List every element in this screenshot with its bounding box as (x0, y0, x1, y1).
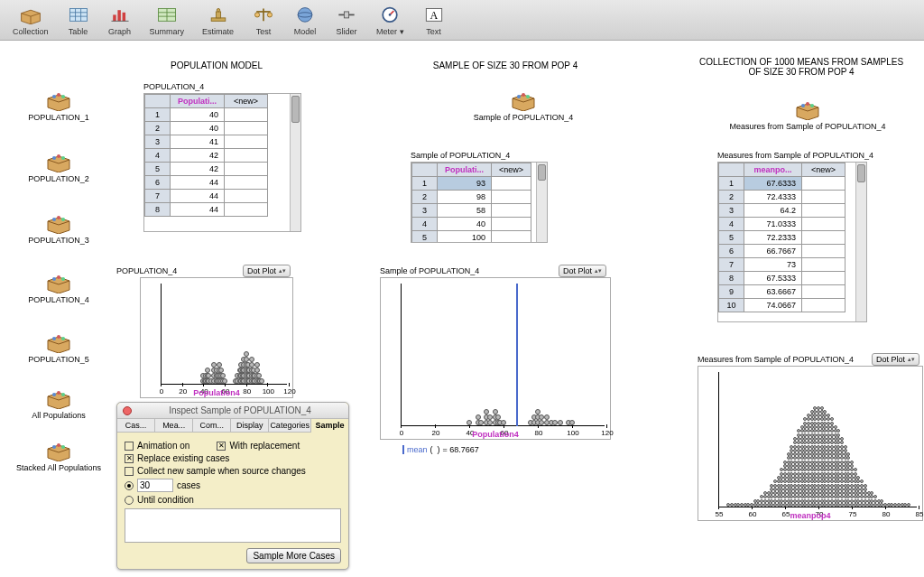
sample-table-panel[interactable]: Populati...<new> 1932983584405100 (411, 162, 548, 243)
checkbox-animation[interactable] (125, 442, 134, 451)
tool-test[interactable]: Test (243, 3, 284, 38)
data-point[interactable] (827, 414, 830, 417)
cell-value[interactable]: 58 (438, 204, 492, 218)
data-point[interactable] (856, 476, 860, 479)
cell-value[interactable]: 40 (438, 218, 492, 231)
table-row[interactable]: 140 (145, 108, 268, 122)
means-plot-type-selector[interactable]: Dot Plot▴▾ (872, 353, 919, 366)
checkbox-collect-new[interactable] (125, 467, 134, 476)
checkbox-replace-existing[interactable]: ✕ (125, 454, 134, 463)
data-point[interactable] (880, 499, 883, 503)
data-point[interactable] (487, 414, 493, 420)
pop-table-panel[interactable]: Populati...<new> 14024034144254264474484… (143, 93, 301, 232)
data-point[interactable] (244, 351, 249, 357)
sample-plot-type-selector[interactable]: Dot Plot▴▾ (559, 265, 606, 277)
table-row[interactable]: 298 (412, 191, 531, 204)
cell-value[interactable]: 72.2333 (744, 231, 802, 245)
scrollbar[interactable] (536, 163, 547, 242)
table-row[interactable]: 744 (145, 190, 268, 203)
cell-value[interactable]: 42 (171, 149, 225, 163)
table-row[interactable]: 364.2 (719, 204, 845, 218)
data-point[interactable] (254, 362, 260, 368)
pop-col[interactable]: Populati... (171, 95, 225, 108)
radio-n-cases[interactable] (125, 481, 134, 490)
table-row[interactable]: 963.6667 (719, 285, 845, 299)
measures-col[interactable]: meanpo... (744, 163, 802, 177)
table-row[interactable]: 442 (145, 149, 268, 163)
data-point[interactable] (870, 491, 873, 495)
tool-text[interactable]: AText (413, 3, 455, 38)
data-point[interactable] (850, 464, 854, 468)
data-point[interactable] (873, 495, 877, 498)
cell-value[interactable]: 67.5333 (744, 272, 802, 285)
data-point[interactable] (844, 449, 847, 452)
table-row[interactable]: 272.4333 (719, 191, 845, 204)
table-row[interactable]: 440 (412, 218, 531, 231)
data-point[interactable] (854, 472, 857, 476)
cell-value[interactable]: 98 (438, 191, 492, 204)
collection-population-5[interactable]: POPULATION_5 (5, 330, 113, 364)
data-point[interactable] (864, 488, 867, 491)
scrollbar[interactable] (290, 94, 300, 231)
inspector-tab-com[interactable]: Com... (193, 419, 231, 432)
pop-newcol[interactable]: <new> (225, 95, 268, 108)
data-point[interactable] (844, 445, 847, 449)
data-point[interactable] (836, 429, 840, 433)
cell-value[interactable]: 64.2 (744, 204, 802, 218)
close-icon[interactable] (123, 406, 132, 415)
checkbox-replacement[interactable]: ✕ (217, 442, 226, 451)
table-row[interactable]: 5100 (412, 231, 531, 244)
data-point[interactable] (558, 420, 563, 425)
table-row[interactable]: 867.5333 (719, 272, 845, 285)
data-point[interactable] (823, 410, 827, 414)
inspector-tab-cas[interactable]: Cas... (117, 419, 155, 432)
cell-value[interactable]: 40 (171, 108, 225, 122)
collection-population-1[interactable]: POPULATION_1 (5, 88, 113, 122)
condition-textarea[interactable] (125, 508, 341, 543)
cell-value[interactable]: 40 (171, 122, 225, 135)
table-row[interactable]: 572.2333 (719, 231, 845, 245)
data-point[interactable] (860, 479, 864, 483)
sample-col[interactable]: Populati... (438, 163, 492, 177)
collection-population-3[interactable]: POPULATION_3 (5, 210, 113, 245)
cell-value[interactable]: 42 (171, 163, 225, 176)
cell-value[interactable]: 74.0667 (744, 299, 802, 312)
measures-collection-icon[interactable]: Measures from Sample of POPULATION_4 (713, 97, 902, 131)
collection-population-4[interactable]: POPULATION_4 (5, 270, 113, 304)
cell-value[interactable]: 41 (171, 135, 225, 149)
cell-value[interactable]: 44 (171, 190, 225, 203)
collection-population-2[interactable]: POPULATION_2 (5, 149, 113, 183)
tool-collection[interactable]: Collection (4, 3, 58, 38)
tool-slider[interactable]: Slider (326, 3, 367, 38)
n-cases-input[interactable] (137, 479, 173, 492)
data-point[interactable] (487, 420, 493, 425)
tool-estimate[interactable]: Estimate (193, 3, 243, 38)
inspector-tab-display[interactable]: Display (231, 419, 269, 432)
cell-value[interactable]: 93 (438, 177, 492, 191)
inspector-tab-categories[interactable]: Categories (269, 419, 311, 432)
tool-meter[interactable]: Meter ▾ (367, 3, 413, 38)
cell-value[interactable]: 44 (171, 176, 225, 190)
tool-graph[interactable]: Graph (99, 3, 141, 38)
scrollbar[interactable] (855, 163, 866, 321)
table-row[interactable]: 240 (145, 122, 268, 135)
cell-value[interactable]: 67.6333 (744, 177, 802, 191)
sample-more-button[interactable]: Sample More Cases (246, 548, 341, 563)
data-point[interactable] (850, 461, 854, 464)
tool-summary[interactable]: Summary (141, 3, 194, 38)
data-point[interactable] (535, 409, 541, 414)
inspector-tab-sample[interactable]: Sample (311, 419, 348, 433)
data-point[interactable] (846, 452, 850, 456)
tool-model[interactable]: Model (284, 3, 326, 38)
table-row[interactable]: 644 (145, 176, 268, 190)
table-row[interactable]: 844 (145, 203, 268, 217)
data-point[interactable] (854, 468, 857, 471)
data-point[interactable] (249, 357, 254, 362)
table-row[interactable]: 542 (145, 163, 268, 176)
pop-plot-type-selector[interactable]: Dot Plot▴▾ (243, 265, 291, 277)
cell-value[interactable]: 73 (744, 258, 802, 272)
pop-dotplot[interactable]: 020406080100120 Population4 (140, 277, 293, 398)
collection-stacked-all-populations[interactable]: Stacked All Populations (5, 438, 113, 472)
data-point[interactable] (569, 420, 575, 425)
sample-newcol[interactable]: <new> (492, 163, 531, 177)
